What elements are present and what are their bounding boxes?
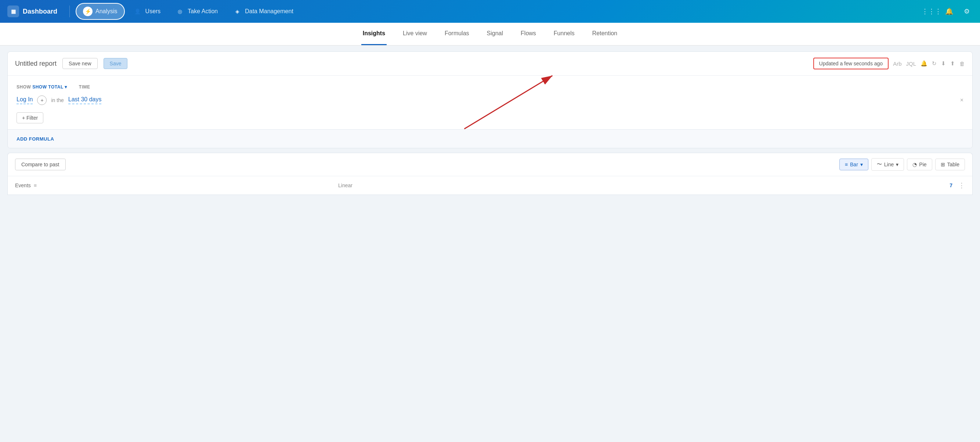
settings-icon[interactable]: ⚙ bbox=[961, 5, 973, 17]
event-name[interactable]: Log In bbox=[16, 96, 33, 104]
delete-icon[interactable]: 🗑 bbox=[959, 60, 965, 67]
bar-chart-button[interactable]: ≡ Bar ▾ bbox=[839, 159, 869, 170]
more-options-icon[interactable]: ⋮ bbox=[958, 181, 965, 189]
close-event-button[interactable]: × bbox=[960, 97, 964, 103]
report-card: Untitled report Save new Save Updated a … bbox=[7, 51, 973, 148]
take-action-icon: ◎ bbox=[175, 6, 185, 16]
updated-badge: Updated a few seconds ago bbox=[813, 58, 889, 69]
upload-icon[interactable]: ⬆ bbox=[950, 60, 955, 67]
pie-chart-icon: ◔ bbox=[912, 162, 917, 167]
filter-rows-icon[interactable]: ≡ bbox=[34, 183, 37, 188]
line-chart-button[interactable]: 〜 Line ▾ bbox=[871, 158, 904, 171]
main-content: Untitled report Save new Save Updated a … bbox=[0, 46, 980, 201]
add-formula-link[interactable]: ADD FORMULA bbox=[16, 136, 54, 142]
linear-label: Linear bbox=[338, 183, 353, 188]
report-title: Untitled report bbox=[15, 60, 57, 68]
save-button[interactable]: Save bbox=[103, 58, 128, 69]
formula-section: ADD FORMULA bbox=[8, 129, 972, 148]
chart-type-controls: ≡ Bar ▾ 〜 Line ▾ ◔ Pie ⊞ Table bbox=[839, 158, 965, 171]
arb-label[interactable]: Arb bbox=[893, 60, 901, 67]
add-event-button[interactable]: + bbox=[37, 95, 47, 105]
report-body: SHOW SHOW TOTAL ▾ TIME Log In + in the L… bbox=[8, 76, 972, 129]
filter-button[interactable]: + Filter bbox=[16, 112, 43, 123]
nav-item-analysis-label: Analysis bbox=[95, 8, 118, 15]
bar-chart-icon: ≡ bbox=[845, 162, 848, 167]
tab-funnels[interactable]: Funnels bbox=[552, 23, 576, 45]
notifications-icon[interactable]: 🔔 bbox=[943, 5, 955, 17]
compare-to-past-button[interactable]: Compare to past bbox=[15, 159, 66, 170]
top-navigation: ▦ Dashboard ⚡ Analysis 👤 Users ◎ Take Ac… bbox=[0, 0, 980, 23]
nav-item-data-management[interactable]: ◈ Data Management bbox=[226, 4, 300, 19]
time-group: TIME bbox=[79, 84, 90, 89]
tab-retention[interactable]: Retention bbox=[591, 23, 619, 45]
nav-item-take-action[interactable]: ◎ Take Action bbox=[169, 4, 224, 19]
nav-items: ⚡ Analysis 👤 Users ◎ Take Action ◈ Data … bbox=[76, 3, 926, 20]
refresh-icon[interactable]: ↻ bbox=[932, 60, 937, 67]
brand-icon: ▦ bbox=[7, 5, 19, 17]
users-icon: 👤 bbox=[133, 6, 142, 16]
count-badge: 7 bbox=[950, 183, 953, 188]
nav-right-icons: ⋮⋮⋮ 🔔 ⚙ bbox=[926, 5, 973, 17]
event-row: Log In + in the Last 30 days × bbox=[16, 95, 964, 105]
report-header: Untitled report Save new Save Updated a … bbox=[8, 52, 972, 76]
line-chart-icon: 〜 bbox=[877, 161, 882, 168]
nav-item-users-label: Users bbox=[145, 8, 161, 15]
tab-flows[interactable]: Flows bbox=[519, 23, 538, 45]
show-total-row: SHOW SHOW TOTAL ▾ TIME bbox=[16, 84, 964, 89]
nav-item-users[interactable]: 👤 Users bbox=[126, 4, 167, 19]
table-chart-button[interactable]: ⊞ Table bbox=[935, 159, 965, 170]
tab-live-view[interactable]: Live view bbox=[401, 23, 428, 45]
chart-footer: Events ≡ Linear 7 ⋮ bbox=[7, 176, 973, 195]
brand-label: Dashboard bbox=[23, 8, 57, 16]
show-total-group: SHOW SHOW TOTAL ▾ bbox=[16, 84, 67, 89]
show-total-label: SHOW SHOW TOTAL ▾ bbox=[16, 84, 67, 89]
events-label: Events ≡ bbox=[15, 183, 37, 188]
save-new-button[interactable]: Save new bbox=[62, 58, 97, 69]
chart-controls-bar: Compare to past ≡ Bar ▾ 〜 Line ▾ ◔ Pie ⊞… bbox=[7, 153, 973, 176]
analysis-icon: ⚡ bbox=[83, 6, 92, 16]
sub-navigation: Insights Live view Formulas Signal Flows… bbox=[0, 23, 980, 46]
apps-grid-icon[interactable]: ⋮⋮⋮ bbox=[926, 5, 937, 17]
in-the-text: in the bbox=[51, 97, 64, 103]
time-range[interactable]: Last 30 days bbox=[68, 96, 102, 104]
tab-formulas[interactable]: Formulas bbox=[443, 23, 471, 45]
download-icon[interactable]: ⬇ bbox=[941, 60, 946, 67]
data-management-icon: ◈ bbox=[232, 6, 242, 16]
brand-logo[interactable]: ▦ Dashboard bbox=[7, 5, 70, 17]
time-label: TIME bbox=[79, 84, 90, 89]
tab-insights[interactable]: Insights bbox=[361, 23, 387, 45]
pie-chart-button[interactable]: ◔ Pie bbox=[907, 159, 932, 170]
jql-label[interactable]: JQL bbox=[906, 60, 916, 67]
alert-icon[interactable]: 🔔 bbox=[921, 60, 928, 67]
nav-item-data-management-label: Data Management bbox=[245, 8, 293, 15]
nav-item-analysis[interactable]: ⚡ Analysis bbox=[76, 3, 125, 20]
tab-signal[interactable]: Signal bbox=[485, 23, 504, 45]
nav-item-take-action-label: Take Action bbox=[188, 8, 218, 15]
table-chart-icon: ⊞ bbox=[941, 162, 945, 167]
report-header-right: Updated a few seconds ago Arb JQL 🔔 ↻ ⬇ … bbox=[813, 58, 965, 69]
